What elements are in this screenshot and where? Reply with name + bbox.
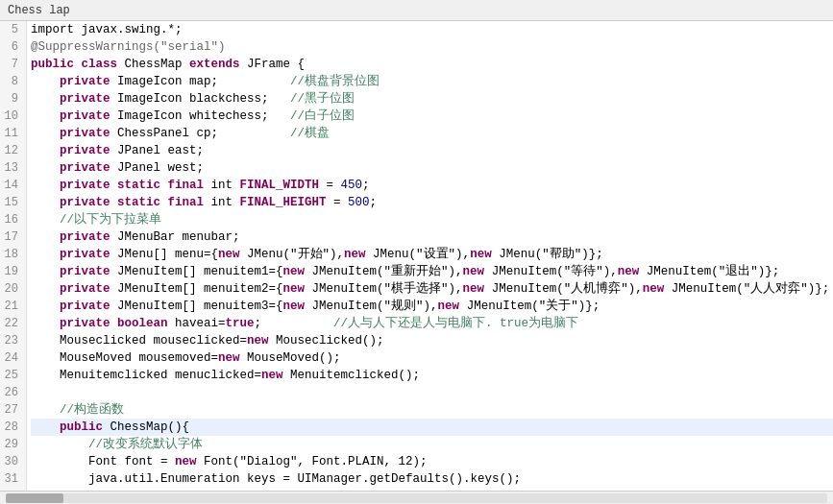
code-segment: ; xyxy=(370,194,378,211)
line-number: 21 xyxy=(4,298,22,315)
code-segment: JMenuItem("重新开始"), xyxy=(312,263,463,280)
line-number: 13 xyxy=(4,159,22,177)
code-segment: JPanel east; xyxy=(117,142,204,159)
code-content[interactable]: import javax.swing.*;@SuppressWarnings("… xyxy=(27,21,833,491)
code-segment xyxy=(31,280,60,298)
code-segment: extends xyxy=(189,56,247,73)
code-segment: JMenu[] menu={ xyxy=(117,246,218,263)
code-segment: new xyxy=(261,367,290,384)
code-segment: JPanel west; xyxy=(117,159,204,177)
line-number: 30 xyxy=(4,453,22,470)
line-number: 18 xyxy=(4,246,22,263)
code-segment: JMenu("设置"), xyxy=(373,246,470,263)
code-segment xyxy=(31,159,60,177)
line-number: 28 xyxy=(4,419,22,436)
code-segment: private xyxy=(60,280,117,298)
code-segment: new xyxy=(438,298,467,315)
code-segment: JFrame { xyxy=(247,56,305,73)
code-segment: ImageIcon map; xyxy=(117,73,290,90)
code-line: Font font = new Font("Dialog", Font.PLAI… xyxy=(31,453,833,470)
code-line: //改变系统默认字体 xyxy=(31,436,833,453)
code-segment: JMenuItem[] menuitem3={ xyxy=(117,298,283,315)
code-segment xyxy=(31,298,60,315)
code-segment: new xyxy=(283,263,312,280)
code-segment: ImageIcon blackchess; xyxy=(117,90,290,108)
line-number: 26 xyxy=(4,384,22,401)
line-number: 5 xyxy=(4,21,22,38)
code-line: private boolean haveai=true; //人与人下还是人与电… xyxy=(31,315,833,332)
code-segment: private xyxy=(60,228,117,246)
code-segment: true xyxy=(226,315,255,332)
code-line: java.util.Enumeration keys = UIManager.g… xyxy=(31,470,833,488)
code-line: private ChessPanel cp; //棋盘 xyxy=(31,125,833,142)
editor-container: Chess lap 567891011121314151617181920212… xyxy=(0,0,833,504)
code-segment xyxy=(31,194,60,211)
code-line: private static final int FINAL_WIDTH = 4… xyxy=(31,177,833,194)
code-segment: Mouseclicked mouseclicked= xyxy=(31,332,247,349)
code-segment: //改变系统默认字体 xyxy=(31,436,203,453)
code-line: private ImageIcon map; //棋盘背景位图 xyxy=(31,73,833,90)
code-segment xyxy=(31,263,60,280)
code-segment: JMenuItem("退出")}; xyxy=(647,263,780,280)
line-number: 17 xyxy=(4,228,22,246)
code-segment: JMenuItem("人人对弈")}; xyxy=(672,280,830,298)
code-segment: //棋盘 xyxy=(290,125,330,142)
title-bar: Chess lap xyxy=(0,0,833,21)
title-text: Chess lap xyxy=(8,4,70,17)
code-segment: private xyxy=(60,142,117,159)
code-segment xyxy=(31,142,60,159)
code-line: public ChessMap(){ xyxy=(31,419,833,436)
code-segment: import javax.swing.*; xyxy=(31,21,183,38)
code-segment: Font font = xyxy=(31,453,175,470)
scrollbar-thumb[interactable] xyxy=(6,493,63,503)
code-segment: int xyxy=(211,177,240,194)
code-segment: Menuitemclicked menuclicked= xyxy=(31,367,261,384)
code-line: private JMenu[] menu={new JMenu("开始"),ne… xyxy=(31,246,833,263)
code-line: private JMenuBar menubar; xyxy=(31,228,833,246)
code-line: private JPanel west; xyxy=(31,159,833,177)
code-segment: JMenuItem("人机博弈"), xyxy=(492,280,643,298)
code-segment xyxy=(31,419,60,436)
code-segment: //黑子位图 xyxy=(290,90,355,108)
code-segment: private xyxy=(60,298,117,315)
code-segment: Menuitemclicked(); xyxy=(290,367,420,384)
code-segment xyxy=(31,177,60,194)
code-segment: //棋盘背景位图 xyxy=(290,73,380,90)
code-segment xyxy=(31,125,60,142)
code-segment xyxy=(31,90,60,108)
line-number: 14 xyxy=(4,177,22,194)
code-segment: ImageIcon whitechess; xyxy=(117,108,290,125)
code-segment: new xyxy=(344,246,373,263)
code-line: private JPanel east; xyxy=(31,142,833,159)
code-segment: JMenu("帮助")}; xyxy=(499,246,603,263)
code-line: private ImageIcon whitechess; //白子位图 xyxy=(31,108,833,125)
code-segment: ; xyxy=(362,177,370,194)
line-number: 16 xyxy=(4,211,22,228)
code-segment: new xyxy=(463,263,492,280)
code-segment: JMenuItem("棋手选择"), xyxy=(312,280,463,298)
line-number: 11 xyxy=(4,125,22,142)
code-segment xyxy=(31,228,60,246)
code-segment: JMenuItem[] menuitem2={ xyxy=(117,280,283,298)
code-segment: new xyxy=(283,280,312,298)
line-number: 23 xyxy=(4,332,22,349)
code-segment: JMenuBar menubar; xyxy=(117,228,240,246)
code-line: Mouseclicked mouseclicked=new Mouseclick… xyxy=(31,332,833,349)
code-segment: public xyxy=(60,419,110,436)
line-number: 15 xyxy=(4,194,22,211)
line-number: 19 xyxy=(4,263,22,280)
code-segment xyxy=(31,246,60,263)
code-segment: private xyxy=(60,90,117,108)
code-segment: int xyxy=(211,194,240,211)
code-segment: Mouseclicked(); xyxy=(276,332,384,349)
code-line: //以下为下拉菜单 xyxy=(31,211,833,228)
horizontal-scrollbar[interactable] xyxy=(6,493,827,503)
code-segment xyxy=(31,315,60,332)
code-segment: new xyxy=(218,246,247,263)
code-segment: JMenuItem[] menuitem1={ xyxy=(117,263,283,280)
code-line: //构造函数 xyxy=(31,401,833,419)
code-segment: //构造函数 xyxy=(31,401,124,419)
code-segment: java.util.Enumeration keys = UIManager.g… xyxy=(31,470,521,488)
line-number: 24 xyxy=(4,349,22,367)
line-number: 25 xyxy=(4,367,22,384)
